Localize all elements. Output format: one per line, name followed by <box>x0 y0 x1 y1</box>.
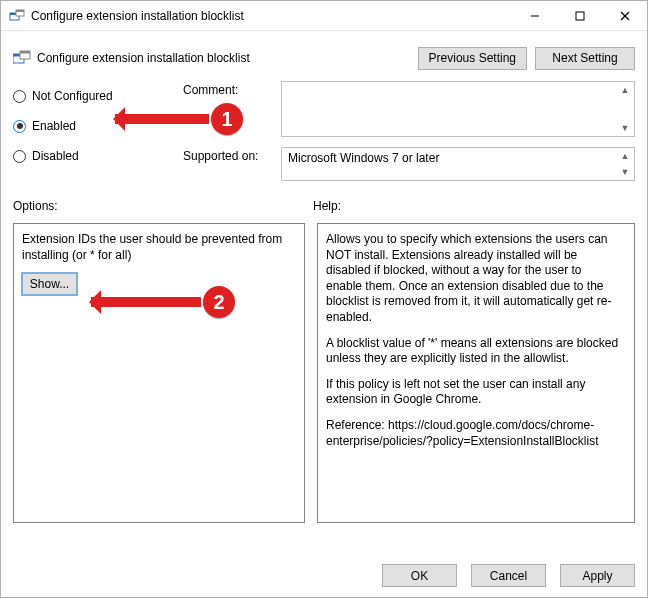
annotation-2-label: 2 <box>203 286 235 318</box>
radio-disabled[interactable]: Disabled <box>13 143 183 169</box>
apply-button[interactable]: Apply <box>560 564 635 587</box>
radio-not-configured[interactable]: Not Configured <box>13 83 183 109</box>
titlebar: Configure extension installation blockli… <box>1 1 647 31</box>
annotation-1-label: 1 <box>211 103 243 135</box>
options-text: Extension IDs the user should be prevent… <box>22 232 296 263</box>
show-button[interactable]: Show... <box>22 273 77 295</box>
minimize-button[interactable] <box>512 1 557 30</box>
header-row: Configure extension installation blockli… <box>13 41 635 75</box>
scroll-up-icon[interactable]: ▲ <box>618 149 632 163</box>
ok-button[interactable]: OK <box>382 564 457 587</box>
scroll-down-icon[interactable]: ▼ <box>618 165 632 179</box>
scroll-down-icon[interactable]: ▼ <box>618 121 632 135</box>
help-label: Help: <box>313 199 635 213</box>
supported-value: Microsoft Windows 7 or later <box>288 151 439 165</box>
cancel-button[interactable]: Cancel <box>471 564 546 587</box>
supported-label: Supported on: <box>183 147 271 163</box>
annotation-2: 2 <box>203 286 235 318</box>
help-panel: Allows you to specify which extensions t… <box>317 223 635 523</box>
svg-rect-5 <box>576 12 584 20</box>
annotation-1: 1 <box>211 103 243 135</box>
window-icon <box>9 8 25 24</box>
next-setting-button[interactable]: Next Setting <box>535 47 635 70</box>
dialog-buttons: OK Cancel Apply <box>374 564 635 587</box>
close-button[interactable] <box>602 1 647 30</box>
radio-icon <box>13 150 26 163</box>
comment-field[interactable]: ▲ ▼ <box>281 81 635 137</box>
svg-rect-3 <box>16 10 24 12</box>
scroll-up-icon[interactable]: ▲ <box>618 83 632 97</box>
radio-icon <box>13 120 26 133</box>
options-panel: Extension IDs the user should be prevent… <box>13 223 305 523</box>
help-paragraph: Allows you to specify which extensions t… <box>326 232 620 326</box>
config-row: Not Configured Enabled Disabled Comment:… <box>13 81 635 181</box>
options-label: Options: <box>13 199 313 213</box>
comment-label: Comment: <box>183 81 271 97</box>
help-paragraph: If this policy is left not set the user … <box>326 377 620 408</box>
maximize-button[interactable] <box>557 1 602 30</box>
supported-field: Microsoft Windows 7 or later ▲ ▼ <box>281 147 635 181</box>
policy-title: Configure extension installation blockli… <box>37 51 250 65</box>
window-title: Configure extension installation blockli… <box>31 9 512 23</box>
help-paragraph: A blocklist value of '*' means all exten… <box>326 336 620 367</box>
radio-label: Not Configured <box>32 89 113 103</box>
radio-label: Disabled <box>32 149 79 163</box>
svg-rect-11 <box>20 51 30 54</box>
radio-icon <box>13 90 26 103</box>
policy-icon <box>13 50 31 66</box>
radio-label: Enabled <box>32 119 76 133</box>
previous-setting-button[interactable]: Previous Setting <box>418 47 527 70</box>
help-paragraph: Reference: https://cloud.google.com/docs… <box>326 418 620 449</box>
